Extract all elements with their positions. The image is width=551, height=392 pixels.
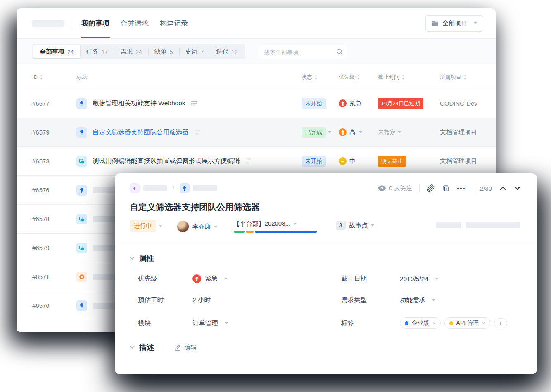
- filter-epics[interactable]: 史诗 7: [179, 45, 210, 58]
- status-badge[interactable]: 已完成: [302, 127, 326, 138]
- priority-cell[interactable]: 中: [339, 157, 378, 165]
- tab-merge-requests[interactable]: 合并请求: [120, 8, 150, 38]
- progress-remaining-segment: [255, 231, 317, 233]
- issue-title[interactable]: 敏捷管理相关功能支持 Webhook: [93, 99, 185, 108]
- filter-iterations[interactable]: 迭代 12: [210, 45, 244, 58]
- field-label-due-date: 截止日期: [341, 274, 400, 283]
- issue-title[interactable]: 自定义筛选器支持团队公用筛选器: [93, 128, 189, 137]
- meta-placeholder: [466, 222, 520, 228]
- chevron-down-icon[interactable]: [328, 131, 331, 133]
- search-input[interactable]: [259, 45, 347, 59]
- column-header-title[interactable]: 标题: [76, 73, 302, 81]
- watchers-control[interactable]: 0 人关注: [378, 184, 412, 192]
- module-value: 订单管理: [192, 319, 218, 328]
- column-header-due[interactable]: 截止时间: [378, 73, 440, 81]
- attachment-icon[interactable]: [427, 184, 435, 192]
- status-badge[interactable]: 未开始: [302, 156, 326, 167]
- estimate-value-wrap[interactable]: 2 小时: [192, 296, 341, 305]
- column-label: 截止时间: [378, 73, 399, 81]
- remove-tag-icon[interactable]: ×: [432, 320, 436, 326]
- iteration-selector[interactable]: 【平台部】202008...: [234, 220, 317, 233]
- section-title: 属性: [139, 253, 154, 263]
- chevron-down-icon[interactable]: [359, 131, 362, 133]
- priority-cell[interactable]: 紧急: [339, 99, 378, 107]
- project-name: 文档管理项目: [440, 128, 496, 136]
- status-selector[interactable]: 进行中: [130, 220, 162, 232]
- next-issue-button[interactable]: [514, 186, 520, 190]
- project-name: 文档管理项目: [440, 157, 496, 165]
- more-actions-icon[interactable]: •••: [457, 185, 466, 192]
- issue-id: #6579: [32, 129, 76, 136]
- type-selector[interactable]: 功能需求: [400, 296, 520, 305]
- edit-label: 编辑: [184, 343, 197, 352]
- issue-id: #6576: [32, 187, 76, 194]
- column-header-project[interactable]: 所属项目: [440, 73, 496, 81]
- remove-tag-icon[interactable]: ×: [482, 320, 485, 326]
- due-date-value: 2019/5/24: [400, 275, 428, 283]
- description-icon: [191, 100, 197, 107]
- filter-defects[interactable]: 缺陷 5: [148, 45, 179, 58]
- filter-tasks[interactable]: 任务 17: [80, 45, 114, 58]
- chevron-down-icon: [371, 224, 374, 227]
- chevron-down-icon[interactable]: [130, 346, 135, 349]
- story-points-selector[interactable]: 3 故事点: [336, 221, 374, 230]
- column-header-id[interactable]: ID: [32, 74, 76, 80]
- assignee-selector[interactable]: 李亦康: [177, 221, 217, 232]
- tab-my-issues[interactable]: 我的事项: [81, 8, 110, 38]
- folder-icon: [432, 20, 439, 26]
- task-icon: [76, 156, 87, 167]
- field-label-priority: 优先级: [138, 274, 192, 283]
- status-badge[interactable]: 未开始: [302, 98, 326, 109]
- epic-breadcrumb-icon[interactable]: [130, 183, 140, 193]
- sort-icon: [357, 75, 360, 80]
- add-tag-button[interactable]: +: [494, 318, 507, 328]
- project-name: CODING Dev: [440, 100, 496, 107]
- column-header-status[interactable]: 状态: [302, 73, 339, 81]
- attributes-section-header[interactable]: 属性: [115, 243, 537, 263]
- avatar: [177, 221, 189, 232]
- table-row-selected[interactable]: #6579 自定义筛选器支持团队公用筛选器 已完成 高 未指定 文档管理项目: [17, 118, 496, 147]
- filter-label: 缺陷: [154, 48, 167, 56]
- toolbar-divider: [419, 184, 420, 192]
- due-date-selector[interactable]: 2019/5/24: [400, 275, 520, 283]
- priority-label: 紧急: [349, 99, 361, 107]
- requirement-breadcrumb-icon[interactable]: [180, 183, 190, 193]
- sort-icon: [463, 75, 467, 80]
- chevron-down-icon: [159, 225, 162, 227]
- prev-issue-button[interactable]: [500, 186, 506, 190]
- tag-pill[interactable]: API 管理 ×: [444, 317, 490, 329]
- due-date-unset[interactable]: 未指定: [378, 128, 396, 136]
- type-value: 功能需求: [400, 296, 425, 305]
- priority-cell[interactable]: 高: [339, 128, 378, 136]
- tab-build-records[interactable]: 构建记录: [159, 8, 189, 38]
- issue-meta-row: 进行中 李亦康 【平台部】202008... 3: [115, 213, 537, 233]
- breadcrumb-separator: /: [173, 185, 174, 191]
- section-head-divider: [164, 343, 164, 352]
- epic-icon: [76, 272, 87, 282]
- filter-all-issues[interactable]: 全部事项 24: [33, 45, 80, 58]
- sort-icon: [40, 75, 43, 80]
- eye-icon: [378, 185, 386, 191]
- table-row[interactable]: #6573 测试用例编辑能直接以抽屉或弹窗形式展示方便编辑 未开始 中 明天截止…: [17, 147, 496, 176]
- filter-requirements[interactable]: 需求 24: [114, 45, 148, 58]
- search-icon: [336, 48, 343, 57]
- priority-medium-icon: [339, 157, 347, 165]
- nav-divider: [72, 19, 72, 28]
- top-navigation: 我的事项 合并请求 构建记录 全部项目: [17, 8, 496, 38]
- chevron-down-icon: [225, 322, 228, 324]
- filter-label: 迭代: [216, 48, 228, 56]
- field-label-estimate: 预估工时: [138, 296, 192, 305]
- priority-selector[interactable]: 紧急: [192, 274, 341, 283]
- requirement-icon: [76, 127, 87, 138]
- tag-pill[interactable]: 企业版 ×: [400, 317, 441, 329]
- edit-description-button[interactable]: 编辑: [174, 343, 197, 352]
- progress-inprogress-segment: [246, 231, 254, 233]
- copy-issue-icon[interactable]: [442, 184, 450, 192]
- project-filter-button[interactable]: 全部项目: [425, 15, 483, 32]
- chevron-down-icon[interactable]: [398, 131, 401, 133]
- module-selector[interactable]: 订单管理: [192, 319, 341, 328]
- issue-title[interactable]: 测试用例编辑能直接以抽屉或弹窗形式展示方便编辑: [93, 157, 240, 165]
- table-row[interactable]: #6577 敏捷管理相关功能支持 Webhook 未开始 紧急 10月24日已过…: [17, 89, 496, 118]
- column-header-priority[interactable]: 优先级: [339, 73, 378, 81]
- search-box: [259, 45, 347, 59]
